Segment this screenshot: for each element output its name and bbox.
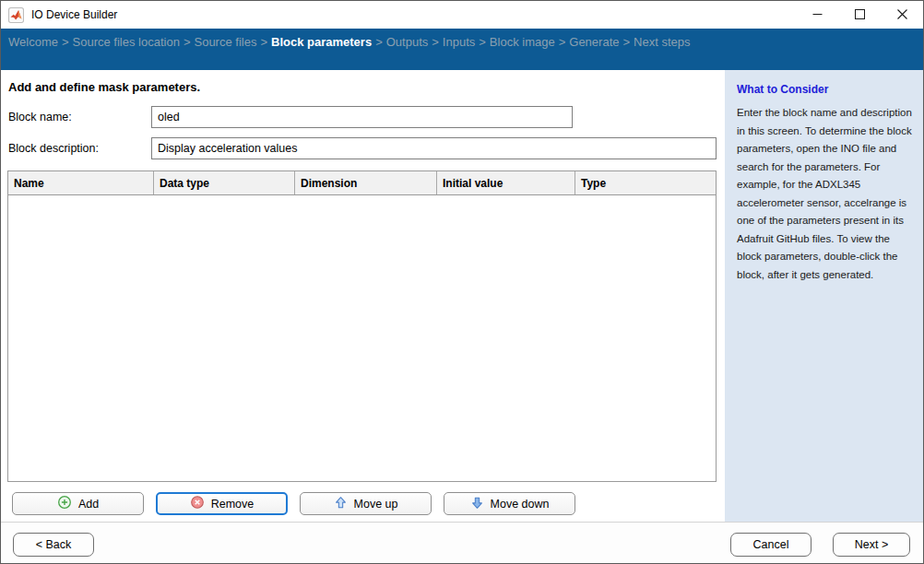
breadcrumb-separator: > <box>559 35 566 49</box>
block-description-label: Block description: <box>8 142 151 155</box>
breadcrumb: Welcome>Source files location>Source fil… <box>1 29 923 70</box>
help-sidebar: What to Consider Enter the block name an… <box>725 70 923 522</box>
maximize-button[interactable] <box>838 1 881 29</box>
window-title: IO Device Builder <box>31 8 117 21</box>
cancel-button[interactable]: Cancel <box>730 533 811 557</box>
block-name-label: Block name: <box>8 111 151 123</box>
minimize-button[interactable] <box>796 1 838 29</box>
breadcrumb-item-source-files-location: Source files location <box>73 35 180 49</box>
remove-button[interactable]: Remove <box>156 492 288 515</box>
matlab-icon <box>8 7 24 23</box>
block-description-input[interactable] <box>151 137 717 159</box>
close-button[interactable] <box>881 1 923 29</box>
block-name-row: Block name: <box>8 106 725 128</box>
move-down-button-label: Move down <box>491 498 550 511</box>
breadcrumb-item-block-parameters: Block parameters <box>271 35 372 49</box>
plus-circle-icon <box>57 495 72 512</box>
io-device-builder-window: IO Device Builder Welcome>Source files l… <box>0 0 924 564</box>
breadcrumb-separator: > <box>432 35 439 49</box>
cross-circle-icon <box>190 495 205 512</box>
move-up-button-label: Move up <box>354 498 398 511</box>
block-name-input[interactable] <box>151 106 573 128</box>
add-button[interactable]: Add <box>12 492 144 515</box>
back-button[interactable]: < Back <box>13 533 94 557</box>
remove-button-label: Remove <box>211 498 255 511</box>
maximize-icon <box>855 8 865 22</box>
breadcrumb-item-outputs: Outputs <box>386 35 429 49</box>
column-header-type: Type <box>575 171 716 194</box>
breadcrumb-item-generate: Generate <box>569 35 619 49</box>
breadcrumb-separator: > <box>375 35 383 49</box>
breadcrumb-item-block-image: Block image <box>490 35 555 49</box>
arrow-down-icon <box>470 496 484 512</box>
breadcrumb-separator: > <box>260 35 267 49</box>
breadcrumb-separator: > <box>622 35 630 49</box>
column-header-dimension: Dimension <box>295 171 437 194</box>
parameters-table-body <box>8 195 716 481</box>
move-down-button[interactable]: Move down <box>444 492 575 515</box>
close-icon <box>897 8 907 22</box>
next-button[interactable]: Next > <box>833 533 910 557</box>
page-title: Add and define mask parameters. <box>8 80 725 94</box>
sidebar-title: What to Consider <box>737 83 915 96</box>
column-header-initial-value: Initial value <box>437 171 575 194</box>
parameters-table: Name Data type Dimension Initial value T… <box>7 170 717 482</box>
footer: < Back Cancel Next > <box>1 522 923 563</box>
breadcrumb-item-next-steps: Next steps <box>634 35 690 49</box>
column-header-name: Name <box>8 171 154 194</box>
breadcrumb-separator: > <box>62 35 69 49</box>
arrow-up-icon <box>334 496 348 512</box>
column-header-data-type: Data type <box>154 171 295 194</box>
body: Add and define mask parameters. Block na… <box>1 70 923 522</box>
minimize-icon <box>812 8 823 22</box>
breadcrumb-separator: > <box>479 35 486 49</box>
sidebar-help-text: Enter the block name and description in … <box>737 104 915 284</box>
table-toolbar: Add Remove <box>12 492 725 515</box>
breadcrumb-item-welcome: Welcome <box>8 35 58 49</box>
titlebar: IO Device Builder <box>1 1 923 29</box>
block-description-row: Block description: <box>8 137 725 159</box>
main-panel: Add and define mask parameters. Block na… <box>1 70 725 522</box>
window-controls <box>796 1 923 29</box>
parameters-table-header: Name Data type Dimension Initial value T… <box>8 171 716 195</box>
breadcrumb-item-inputs: Inputs <box>443 35 475 49</box>
breadcrumb-separator: > <box>184 35 191 49</box>
add-button-label: Add <box>78 498 99 511</box>
breadcrumb-item-source-files: Source files <box>194 35 256 49</box>
move-up-button[interactable]: Move up <box>300 492 432 515</box>
